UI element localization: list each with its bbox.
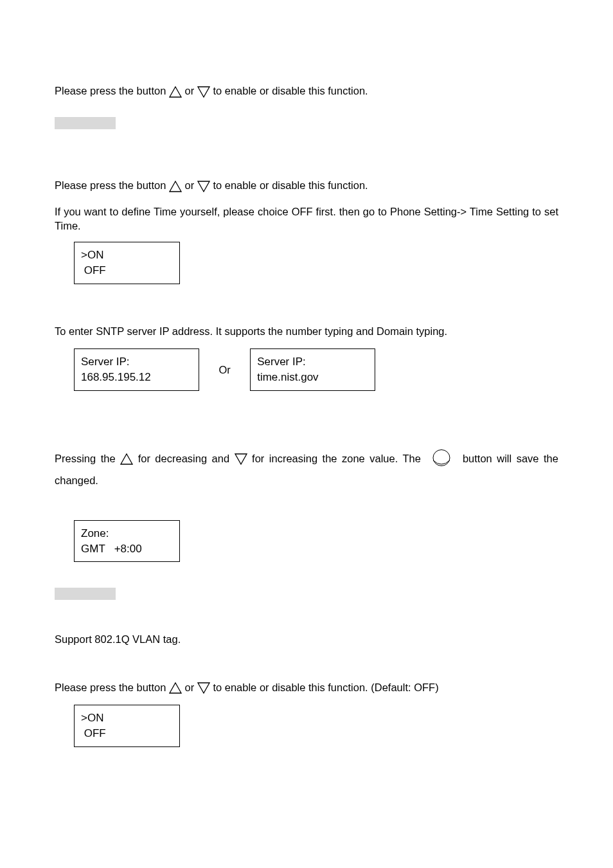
text: Pressing the	[55, 453, 120, 464]
box-line: >ON	[81, 710, 173, 726]
svg-marker-3	[198, 181, 209, 192]
up-triangle-icon	[169, 181, 182, 192]
svg-marker-2	[170, 181, 181, 192]
box-line: GMT +8:00	[81, 541, 173, 557]
down-triangle-icon	[197, 682, 210, 694]
text: Please press the button	[55, 682, 169, 693]
svg-marker-0	[170, 87, 181, 97]
instruction-line: Please press the button or to enable or …	[55, 84, 558, 98]
page: Please press the button or to enable or …	[0, 0, 613, 868]
on-off-box: >ON OFF	[74, 705, 180, 747]
up-triangle-icon	[120, 453, 133, 465]
svg-marker-5	[235, 454, 247, 464]
text: to enable or disable this function. (Def…	[213, 682, 438, 693]
text: for increasing the zone value. The	[252, 453, 425, 464]
box-line: >ON	[81, 248, 173, 263]
box-line: 168.95.195.12	[81, 370, 192, 385]
down-triangle-icon	[197, 86, 210, 98]
zone-box: Zone: GMT +8:00	[74, 520, 180, 563]
instruction-line: Please press the button or to enable or …	[55, 178, 558, 192]
box-line: Server IP:	[81, 354, 192, 370]
text: Please press the button	[55, 179, 169, 191]
svg-marker-8	[198, 683, 209, 693]
text: or	[185, 179, 197, 191]
or-text: Or	[202, 363, 247, 377]
text: Please press the button	[55, 85, 169, 96]
vlan-text: Support 802.1Q VLAN tag.	[55, 632, 558, 646]
svg-marker-4	[121, 454, 132, 464]
instruction-line: Please press the button or to enable or …	[55, 680, 558, 694]
on-off-box: >ON OFF	[74, 242, 180, 284]
sntp-text: To enter SNTP server IP address. It supp…	[55, 324, 558, 338]
box-line: Server IP:	[257, 354, 368, 370]
down-triangle-icon	[197, 181, 210, 192]
gray-bar	[55, 588, 116, 600]
text: to enable or disable this function.	[213, 179, 368, 191]
box-line: OFF	[81, 263, 173, 278]
text: or	[185, 85, 197, 96]
circle-button-icon	[431, 449, 452, 469]
down-triangle-icon	[235, 453, 247, 465]
up-triangle-icon	[169, 86, 182, 98]
gray-bar	[55, 117, 116, 129]
svg-point-6	[433, 450, 450, 466]
up-triangle-icon	[169, 682, 182, 694]
svg-marker-7	[170, 683, 181, 693]
server-ip-box: Server IP: time.nist.gov	[250, 348, 375, 391]
text: to enable or disable this function.	[213, 85, 368, 96]
zone-instruction: Pressing the for decreasing and for incr…	[55, 448, 558, 492]
text: for decreasing and	[138, 453, 235, 464]
box-line: Zone:	[81, 526, 173, 541]
svg-marker-1	[198, 87, 209, 97]
time-define-text: If you want to define Time yourself, ple…	[55, 204, 558, 233]
box-line: time.nist.gov	[257, 370, 368, 385]
box-line: OFF	[81, 726, 173, 741]
text: or	[185, 682, 197, 693]
server-ip-box: Server IP: 168.95.195.12	[74, 348, 199, 391]
